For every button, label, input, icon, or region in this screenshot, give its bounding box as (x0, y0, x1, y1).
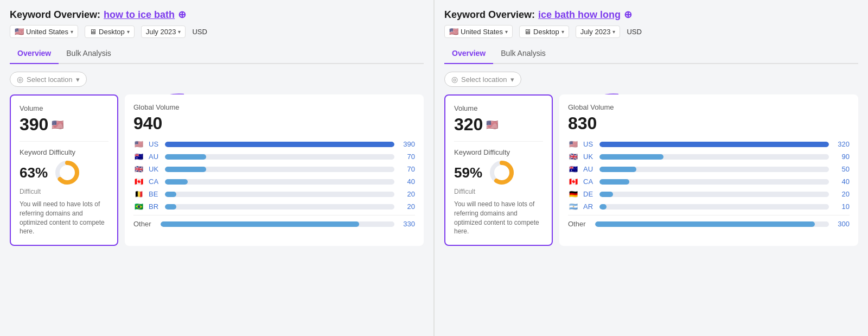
bar-fill-2 (165, 167, 206, 172)
volume-card-wrapper: Volume 390 🇺🇸 Keyword Difficulty 63% Dif… (10, 94, 118, 246)
global-volume-card: Global Volume 940 🇺🇸 US 390 🇦🇺 AU 70 (125, 94, 424, 246)
other-bar-fill (161, 221, 359, 227)
kd-donut (54, 160, 80, 186)
location-icon: ◎ (17, 75, 23, 84)
bar-track-4 (165, 192, 394, 197)
other-row: Other 300 (568, 215, 850, 228)
panel-2: Keyword Overview: ice bath how long ⊕ 🇺🇸… (435, 0, 868, 336)
bar-country-2: UK (149, 165, 161, 173)
country-selector[interactable]: 🇺🇸 United States ▾ (10, 25, 78, 38)
volume-flag: 🇺🇸 (52, 119, 63, 131)
bar-track-2 (599, 167, 829, 172)
difficulty-label: Difficult (20, 188, 108, 195)
card-divider (20, 141, 108, 142)
bar-country-3: CA (583, 177, 595, 186)
add-icon[interactable]: ⊕ (178, 9, 186, 21)
tab-bulk-analysis[interactable]: Bulk Analysis (493, 45, 553, 64)
bar-track-0 (165, 142, 394, 147)
other-label: Other (133, 220, 156, 228)
bar-track-4 (599, 192, 829, 197)
bar-number-3: 40 (833, 177, 850, 186)
tab-overview[interactable]: Overview (444, 45, 493, 64)
bar-flag-1: 🇦🇺 (133, 153, 144, 161)
bar-fill-3 (165, 179, 188, 185)
select-location[interactable]: ◎ Select location ▾ (10, 72, 87, 87)
keyword-link[interactable]: ice bath how long (538, 9, 621, 21)
bar-country-1: UK (583, 153, 595, 161)
bar-number-1: 90 (833, 153, 850, 161)
other-bar-number: 330 (399, 220, 415, 228)
global-volume-label: Global Volume (133, 103, 415, 111)
bar-row-4: 🇧🇪 BE 20 (133, 190, 415, 198)
location-chevron: ▾ (76, 75, 80, 84)
keyword-title: Keyword Overview: how to ice bath ⊕ (10, 9, 424, 21)
country-flag: 🇺🇸 (449, 27, 458, 36)
bar-fill-4 (165, 192, 176, 197)
country-label: United States (26, 28, 68, 36)
tabs: OverviewBulk Analysis (10, 45, 424, 64)
period-selector[interactable]: July 2023 ▾ (576, 26, 621, 38)
location-chevron: ▾ (510, 75, 514, 84)
period-label: July 2023 (580, 28, 611, 36)
cards-row: Volume 320 🇺🇸 Keyword Difficulty 59% Dif… (444, 94, 858, 246)
kd-label: Keyword Difficulty (454, 148, 543, 156)
bar-number-5: 20 (399, 202, 415, 211)
other-bar-track (161, 221, 394, 227)
bar-flag-5: 🇦🇷 (568, 202, 579, 211)
global-volume-value: 940 (133, 113, 415, 134)
bar-row-2: 🇦🇺 AU 50 (568, 165, 850, 173)
bar-row-2: 🇬🇧 UK 70 (133, 165, 415, 173)
select-location[interactable]: ◎ Select location ▾ (444, 72, 521, 87)
bar-number-4: 20 (399, 190, 415, 198)
bar-row-1: 🇬🇧 UK 90 (568, 153, 850, 161)
bar-track-1 (165, 154, 394, 160)
select-location-label: Select location (27, 75, 73, 84)
bar-flag-3: 🇨🇦 (133, 177, 144, 186)
kd-description: You will need to have lots of referring … (454, 200, 543, 236)
kd-value-row: 59% (454, 160, 543, 186)
bar-track-2 (165, 167, 394, 172)
kd-percent: 63% (20, 164, 48, 181)
bar-row-0: 🇺🇸 US 320 (568, 140, 850, 148)
volume-label: Volume (20, 104, 108, 112)
bar-flag-0: 🇺🇸 (133, 140, 144, 148)
kd-label: Keyword Difficulty (20, 148, 108, 156)
bar-fill-0 (165, 142, 394, 147)
bar-track-1 (599, 154, 829, 160)
device-selector[interactable]: 🖥 Desktop ▾ (519, 26, 569, 38)
kd-value-row: 63% (20, 160, 108, 186)
bar-row-1: 🇦🇺 AU 70 (133, 153, 415, 161)
title-prefix: Keyword Overview: (444, 9, 535, 21)
bar-row-3: 🇨🇦 CA 40 (568, 177, 850, 186)
device-selector[interactable]: 🖥 Desktop ▾ (85, 26, 135, 38)
country-selector[interactable]: 🇺🇸 United States ▾ (444, 25, 513, 38)
device-chevron: ▾ (127, 29, 130, 35)
bar-flag-2: 🇬🇧 (133, 165, 144, 173)
toolbar: 🇺🇸 United States ▾ 🖥 Desktop ▾ July 2023… (10, 25, 424, 38)
keyword-title: Keyword Overview: ice bath how long ⊕ (444, 9, 858, 21)
global-volume-label: Global Volume (568, 103, 850, 111)
device-label: Desktop (533, 28, 559, 36)
bar-fill-5 (599, 204, 607, 210)
bar-fill-5 (165, 204, 176, 210)
period-chevron: ▾ (612, 29, 615, 35)
volume-number: 320 (454, 115, 483, 135)
volume-label: Volume (454, 104, 543, 112)
period-selector[interactable]: July 2023 ▾ (141, 26, 186, 38)
bar-fill-3 (599, 179, 629, 185)
bar-track-3 (599, 179, 829, 185)
bar-number-1: 70 (399, 153, 415, 161)
tab-overview[interactable]: Overview (10, 45, 59, 64)
bar-country-5: BR (149, 202, 161, 211)
device-icon: 🖥 (90, 28, 97, 36)
add-icon[interactable]: ⊕ (624, 9, 632, 21)
bar-fill-1 (165, 154, 206, 160)
bar-row-4: 🇩🇪 DE 20 (568, 190, 850, 198)
keyword-link[interactable]: how to ice bath (104, 9, 175, 21)
device-label: Desktop (99, 28, 125, 36)
bar-flag-5: 🇧🇷 (133, 202, 144, 211)
location-icon: ◎ (451, 75, 458, 84)
currency-label: USD (627, 28, 641, 36)
tab-bulk-analysis[interactable]: Bulk Analysis (59, 45, 118, 64)
volume-value: 320 🇺🇸 (454, 115, 543, 135)
